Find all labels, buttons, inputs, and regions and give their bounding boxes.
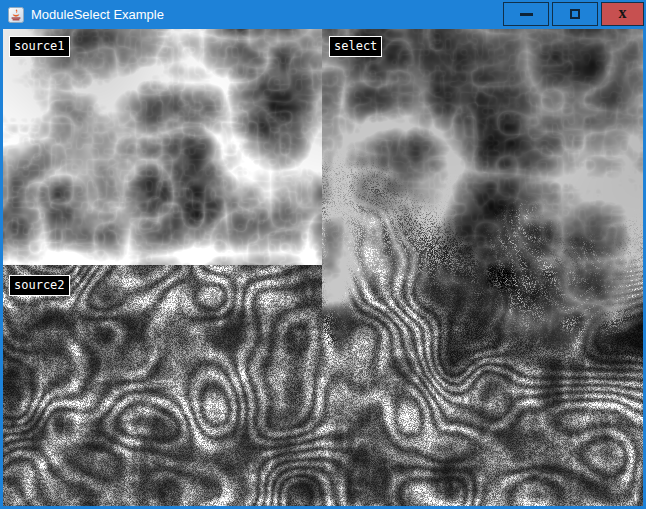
- maximize-icon: [570, 9, 580, 19]
- titlebar[interactable]: ModuleSelect Example x: [0, 0, 646, 29]
- label-source2: source2: [9, 275, 70, 296]
- close-button[interactable]: x: [601, 2, 644, 26]
- minimize-icon: [520, 13, 533, 16]
- render-viewport: [3, 29, 643, 506]
- noise-render-canvas: [3, 29, 643, 506]
- close-icon: x: [619, 5, 627, 21]
- java-coffee-cup-icon: [8, 7, 24, 23]
- maximize-button[interactable]: [552, 2, 598, 26]
- window-controls: x: [503, 2, 644, 26]
- window-title: ModuleSelect Example: [31, 7, 164, 22]
- label-source1: source1: [9, 36, 70, 57]
- label-select: select: [329, 36, 382, 57]
- minimize-button[interactable]: [503, 2, 549, 26]
- application-window: ModuleSelect Example x source1 select so…: [0, 0, 646, 509]
